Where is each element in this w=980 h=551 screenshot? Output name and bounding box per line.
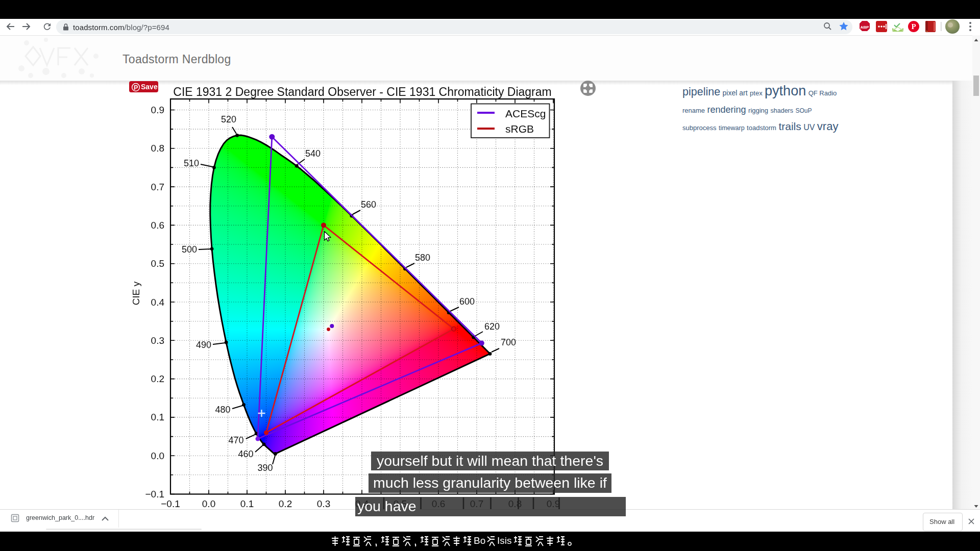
svg-text:0.2: 0.2 [279,498,292,509]
svg-text:0.8: 0.8 [151,143,164,154]
svg-text:0.5: 0.5 [151,258,164,269]
svg-text:P: P [134,84,138,91]
svg-text:520: 520 [221,114,236,124]
svg-text:CIE y: CIE y [131,281,141,305]
svg-text:620: 620 [484,321,500,332]
svg-text:700: 700 [501,337,516,347]
svg-text:390: 390 [257,463,273,473]
svg-text:CIE 1931 2 Degree Standard Obs: CIE 1931 2 Degree Standard Observer - CI… [173,85,551,98]
svg-text:500: 500 [182,244,197,255]
svg-text:0.4: 0.4 [151,297,165,308]
svg-text:470: 470 [228,435,243,445]
svg-text:510: 510 [184,158,199,168]
svg-text:0.9: 0.9 [151,105,164,115]
svg-text:0.0: 0.0 [151,450,164,461]
svg-text:Isis: Isis [497,535,512,546]
svg-text:P: P [911,22,916,31]
svg-text:0.1: 0.1 [151,412,164,422]
svg-text:0.2: 0.2 [151,373,164,384]
svg-text:0.3: 0.3 [151,335,164,346]
svg-text:460: 460 [238,449,253,459]
svg-text:0.6: 0.6 [151,220,164,231]
svg-text:560: 560 [361,199,376,210]
svg-text:0.1: 0.1 [240,498,254,509]
svg-text:0.0: 0.0 [202,498,215,509]
svg-text:−0.1: −0.1 [161,498,180,509]
svg-text:sRGB: sRGB [505,123,534,135]
svg-text:−0.1: −0.1 [145,489,164,499]
svg-text:0.3: 0.3 [317,498,330,509]
svg-text:490: 490 [196,340,211,350]
svg-text:600: 600 [459,296,475,307]
svg-text:0.7: 0.7 [151,182,164,192]
svg-text:ACEScg: ACEScg [505,108,546,119]
svg-text:Bo: Bo [474,535,485,546]
svg-text:480: 480 [215,405,230,415]
svg-text:580: 580 [415,253,430,263]
svg-text:540: 540 [305,148,321,159]
svg-text:ABP: ABP [861,25,870,30]
